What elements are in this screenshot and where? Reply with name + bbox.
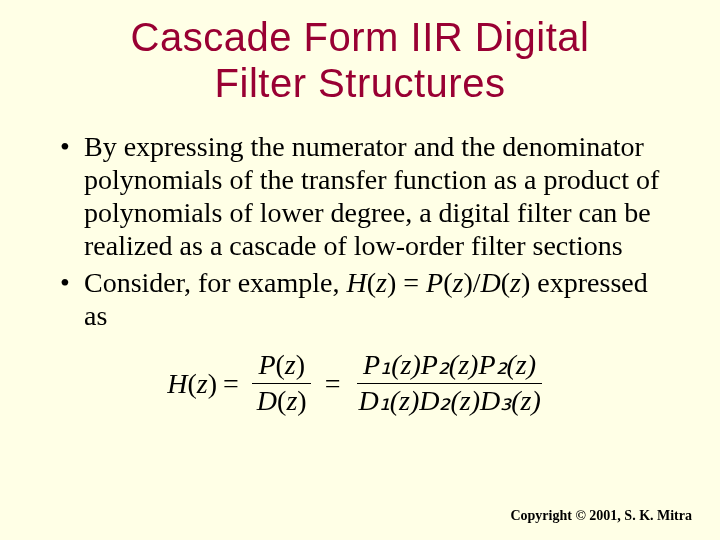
var-z: z xyxy=(453,267,464,298)
var-z: z xyxy=(510,267,521,298)
eq-P: P xyxy=(258,349,275,380)
bullet-2-text: Consider, for example, H(z) = P(z)/D(z) … xyxy=(84,266,660,332)
fraction-2-num: P₁(z)P₂(z)P₂(z) xyxy=(357,350,542,384)
paren-open: ( xyxy=(276,349,285,380)
paren-open: ( xyxy=(277,385,286,416)
eq-z: z xyxy=(285,349,296,380)
eq-equals: = xyxy=(325,367,341,400)
bullet-mark: • xyxy=(60,266,84,332)
eq-sign: = xyxy=(396,267,426,298)
paren-close: ) xyxy=(296,349,305,380)
var-z: z xyxy=(376,267,387,298)
slide-body: • By expressing the numerator and the de… xyxy=(60,130,660,417)
eq-H: H xyxy=(167,367,187,400)
eq-equals: = xyxy=(223,367,239,400)
equation-row: H(z) = P(z) D(z) = P₁(z)P₂(z)P₂(z) D₁(z)… xyxy=(167,350,552,417)
title-line-2: Filter Structures xyxy=(215,61,506,105)
bullet-1-text: By expressing the numerator and the deno… xyxy=(84,130,660,262)
slide-title: Cascade Form IIR Digital Filter Structur… xyxy=(0,14,720,106)
eq-D: D xyxy=(257,385,277,416)
eq-z: z xyxy=(197,367,208,400)
var-D: D xyxy=(481,267,501,298)
paren-open: ( xyxy=(187,367,196,400)
fraction-1-den: D(z) xyxy=(251,384,313,417)
fraction-2-den: D₁(z)D₂(z)D₃(z) xyxy=(352,384,546,417)
bullet-1: • By expressing the numerator and the de… xyxy=(60,130,660,262)
bullet-2-lead: Consider, for example, xyxy=(84,267,346,298)
fraction-1: P(z) D(z) xyxy=(251,350,313,417)
title-line-1: Cascade Form IIR Digital xyxy=(131,15,590,59)
copyright-notice: Copyright © 2001, S. K. Mitra xyxy=(510,508,692,524)
bullet-mark: • xyxy=(60,130,84,262)
var-H: H xyxy=(346,267,366,298)
paren-close: ) xyxy=(208,367,217,400)
fraction-2: P₁(z)P₂(z)P₂(z) D₁(z)D₂(z)D₃(z) xyxy=(352,350,546,417)
eq-z: z xyxy=(286,385,297,416)
paren-close: ) xyxy=(297,385,306,416)
slash: / xyxy=(473,267,481,298)
var-P: P xyxy=(426,267,443,298)
fraction-1-num: P(z) xyxy=(252,350,311,384)
equation-display: H(z) = P(z) D(z) = P₁(z)P₂(z)P₂(z) D₁(z)… xyxy=(60,350,660,417)
bullet-2: • Consider, for example, H(z) = P(z)/D(z… xyxy=(60,266,660,332)
